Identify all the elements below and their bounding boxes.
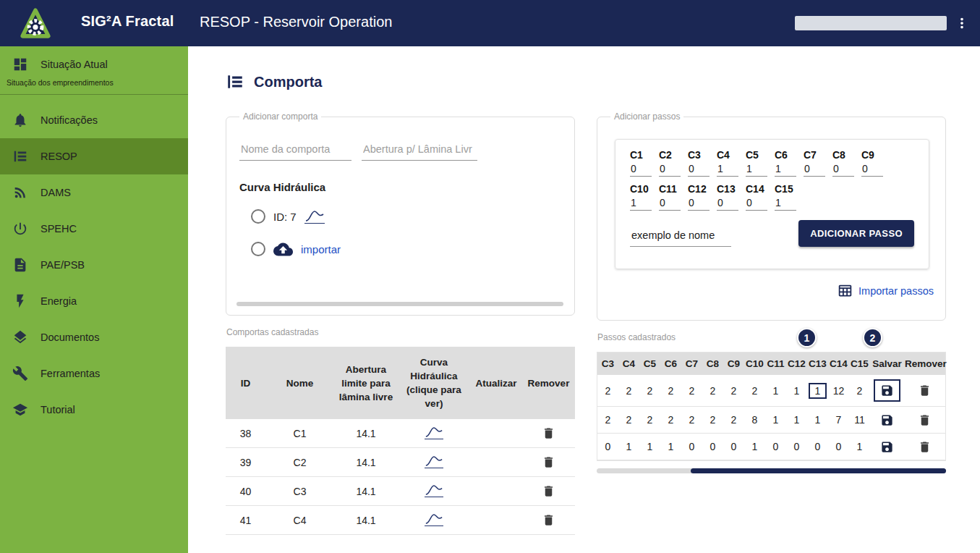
import-steps-label: Importar passos <box>858 285 934 297</box>
main-content: Comporta Adicionar comporta Curva Hidráu… <box>188 46 980 553</box>
cell-abertura: 14.1 <box>334 419 398 448</box>
step-field: C70 <box>804 149 825 177</box>
dashboard-icon <box>12 56 29 73</box>
step-field: C130 <box>717 183 738 211</box>
col-c14: C14 <box>828 353 849 375</box>
col-c15: C15 <box>849 353 870 375</box>
col-remover: Remover <box>904 353 945 375</box>
sidebar: Situação Atual Situação dos empreendimen… <box>0 46 188 553</box>
step-field: C101 <box>630 183 652 211</box>
sidebar-item-label: SPEHC <box>41 223 77 235</box>
step-value-input[interactable]: 0 <box>688 195 710 211</box>
delete-button[interactable] <box>540 454 557 470</box>
col-c10: C10 <box>744 353 765 375</box>
abertura-input[interactable] <box>362 140 477 161</box>
col-c7: C7 <box>681 353 702 375</box>
sidebar-item-tutorial[interactable]: Tutorial <box>0 392 188 428</box>
step-field: C151 <box>775 183 796 211</box>
step-field: C80 <box>832 149 854 177</box>
delete-button[interactable] <box>916 439 933 455</box>
delete-button[interactable] <box>540 512 557 528</box>
save-button[interactable] <box>879 382 895 399</box>
step-value-input[interactable]: 1 <box>775 161 796 177</box>
cell-nome: C3 <box>265 477 334 506</box>
annotation-badge-1: 1 <box>797 328 817 347</box>
importar-link[interactable]: importar <box>301 243 341 256</box>
cell-nome: C2 <box>265 448 334 477</box>
curve-preview-link[interactable] <box>304 210 325 224</box>
power-icon <box>12 220 29 237</box>
trash-icon <box>542 513 555 527</box>
col-remover: Remover <box>522 347 575 419</box>
step-value-input[interactable]: 0 <box>717 195 738 211</box>
step-value-input[interactable]: 1 <box>717 161 738 177</box>
step-value-input[interactable]: 1 <box>630 195 652 211</box>
step-value-input[interactable]: 0 <box>861 161 883 177</box>
sidebar-item-documentos[interactable]: Documentos <box>0 319 188 355</box>
sidebar-item-situacao-atual[interactable]: Situação Atual <box>0 46 188 77</box>
gate-icon <box>226 72 244 91</box>
curva-id-radio[interactable] <box>251 209 265 224</box>
trash-icon <box>918 413 932 427</box>
comporta-name-input[interactable] <box>239 140 351 161</box>
trash-icon <box>918 440 932 454</box>
step-value-input[interactable]: 1 <box>746 161 767 177</box>
col-c3: C3 <box>597 353 618 375</box>
sidebar-item-ferramentas[interactable]: Ferramentas <box>0 355 188 392</box>
delete-button[interactable] <box>916 382 933 399</box>
delete-button[interactable] <box>540 425 557 442</box>
sidebar-item-notificacoes[interactable]: Notificações <box>0 102 188 138</box>
sidebar-item-resop[interactable]: RESOP <box>0 138 188 174</box>
cell-id: 41 <box>226 506 265 535</box>
sidebar-item-label: Situação Atual <box>41 59 108 70</box>
import-steps-link[interactable]: Importar passos <box>838 283 934 298</box>
curve-view-link[interactable] <box>425 484 443 497</box>
table-icon <box>838 283 853 298</box>
table-row: 0 1 1 1 0 0 0 1 0 0 0 0 <box>597 434 945 460</box>
delete-button[interactable] <box>916 412 933 429</box>
comportas-header-row: ID Nome Abertura limite para lâmina livr… <box>226 347 575 419</box>
delete-button[interactable] <box>540 483 557 499</box>
curve-view-link[interactable] <box>425 426 443 439</box>
scrollbar-thumb[interactable] <box>691 468 946 473</box>
wrench-icon <box>12 365 29 382</box>
step-field: C140 <box>746 183 767 211</box>
more-vert-icon <box>954 15 970 31</box>
step-value-input[interactable]: 0 <box>688 161 710 177</box>
curve-view-link[interactable] <box>425 455 443 468</box>
add-step-button[interactable]: ADICIONAR PASSO <box>798 220 914 247</box>
sidebar-item-label: PAE/PSB <box>41 259 85 271</box>
sidebar-item-label: RESOP <box>41 151 77 162</box>
step-value-input[interactable]: 0 <box>630 161 652 177</box>
save-icon <box>880 413 894 427</box>
document-icon <box>12 256 29 274</box>
col-id: ID <box>226 347 265 419</box>
col-c12: C12 <box>786 353 807 375</box>
save-button[interactable] <box>879 439 895 455</box>
step-value-input[interactable]: 0 <box>659 195 681 211</box>
passos-horizontal-scrollbar[interactable] <box>597 468 946 473</box>
sidebar-item-pae-psb[interactable]: PAE/PSB <box>0 247 188 283</box>
curva-id-label[interactable]: ID: 7 <box>273 211 297 223</box>
header-account-area[interactable] <box>795 16 947 30</box>
sidebar-item-label: Tutorial <box>41 404 75 415</box>
cell-abertura: 14.1 <box>334 477 398 506</box>
comporta-panel-scrollbar[interactable] <box>237 302 563 306</box>
more-options-button[interactable] <box>951 12 973 34</box>
sidebar-item-spehc[interactable]: SPEHC <box>0 211 188 247</box>
highlighted-save <box>874 379 900 402</box>
step-field: C10 <box>630 149 652 177</box>
sidebar-item-energia[interactable]: Energia <box>0 283 188 319</box>
step-value-input[interactable]: 0 <box>746 195 767 211</box>
sidebar-item-dams[interactable]: DAMS <box>0 174 188 211</box>
curva-import-radio[interactable] <box>251 242 265 256</box>
save-button[interactable] <box>879 412 895 429</box>
table-row: 38 C1 14.1 <box>226 419 575 448</box>
add-comporta-panel: Adicionar comporta Curva Hidráulica ID: … <box>226 111 575 316</box>
step-value-input[interactable]: 0 <box>659 161 681 177</box>
step-value-input[interactable]: 0 <box>804 161 825 177</box>
step-value-input[interactable]: 0 <box>832 161 854 177</box>
curve-view-link[interactable] <box>425 513 443 526</box>
step-value-input[interactable]: 1 <box>775 195 796 211</box>
step-name-input[interactable] <box>630 227 731 247</box>
